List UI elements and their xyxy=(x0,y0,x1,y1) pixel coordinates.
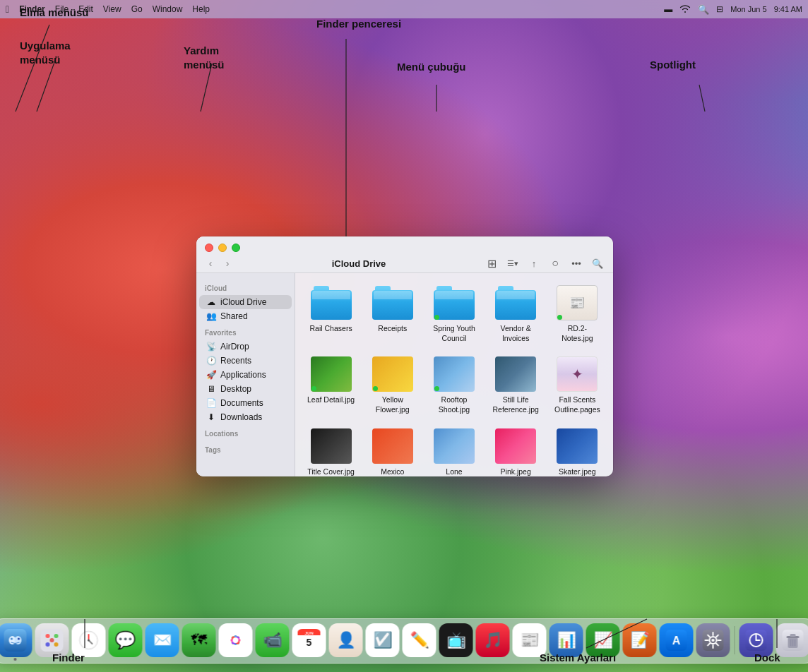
file-grid-row3: Title Cover.jpg Mexico City.jpeg Lone Pi… xyxy=(304,425,605,476)
menubar-search-icon[interactable]: 🔍 xyxy=(698,4,709,15)
sidebar-desktop-label: Desktop xyxy=(220,384,251,394)
file-item-yellow-flower[interactable]: Yellow Flower.jpg xyxy=(365,353,420,417)
file-item-receipts[interactable]: Receipts xyxy=(365,282,420,346)
dock-item-appstore[interactable]: A xyxy=(660,623,694,657)
dock-item-contacts[interactable]: 👤 xyxy=(329,623,363,657)
svg-point-12 xyxy=(11,638,13,640)
file-item-vendor-invoices[interactable]: Vendor & Invoices xyxy=(489,282,543,346)
file-item-mexico-city[interactable]: Mexico City.jpeg xyxy=(365,425,420,476)
file-item-pink[interactable]: Pink.jpeg xyxy=(489,425,543,476)
dock-item-photos[interactable] xyxy=(219,623,253,657)
finder-active-dot xyxy=(14,658,17,661)
sidebar-item-documents[interactable]: 📄 Documents xyxy=(199,396,292,410)
documents-icon: 📄 xyxy=(206,398,216,408)
window-body: iCloud ☁ iCloud Drive 👥 Shared Favorites… xyxy=(196,273,613,476)
sidebar-applications-label: Applications xyxy=(220,370,266,380)
svg-text:JUN: JUN xyxy=(304,631,313,635)
dock-item-appletv[interactable]: 📺 xyxy=(439,623,473,657)
dock-item-pages[interactable]: 📝 xyxy=(623,623,657,657)
svg-point-16 xyxy=(54,634,59,638)
menubar-edit[interactable]: Edit xyxy=(78,4,93,14)
dock-item-system-preferences[interactable] xyxy=(696,623,730,657)
dock-item-reminders[interactable]: ☑️ xyxy=(366,623,400,657)
file-name-pink: Pink.jpeg xyxy=(501,467,531,476)
file-item-still-life[interactable]: Still Life Reference.jpg xyxy=(489,353,543,417)
sidebar-item-shared[interactable]: 👥 Shared xyxy=(199,309,292,323)
file-item-rail-chasers[interactable]: Rail Chasers xyxy=(304,282,358,346)
file-item-rooftop-shoot[interactable]: Rooftop Shoot.jpg xyxy=(427,353,481,417)
sidebar-item-icloud-drive[interactable]: ☁ iCloud Drive xyxy=(199,295,292,309)
dock-item-screentime[interactable] xyxy=(739,623,773,657)
menubar-controlcenter-icon[interactable]: ⊟ xyxy=(716,4,723,14)
file-item-lone-pine[interactable]: Lone Pine.jpeg xyxy=(427,425,481,476)
file-name-receipts: Receipts xyxy=(378,324,407,334)
dock-item-messages[interactable]: 💬 xyxy=(109,623,143,657)
file-item-leaf-detail[interactable]: Leaf Detail.jpg xyxy=(304,353,358,417)
sidebar-item-downloads[interactable]: ⬇ Downloads xyxy=(199,410,292,424)
file-name-rail-chasers: Rail Chasers xyxy=(310,324,352,334)
file-name-still-life: Still Life Reference.jpg xyxy=(492,395,540,414)
toolbar-search-button[interactable]: 🔍 xyxy=(589,256,606,270)
dock-item-trash[interactable] xyxy=(776,623,809,657)
dock-item-music[interactable]: 🎵 xyxy=(476,623,510,657)
sidebar-item-desktop[interactable]: 🖥 Desktop xyxy=(199,382,292,396)
menubar-view[interactable]: View xyxy=(103,4,121,14)
window-titlebar: ‹ › iCloud Drive ⊞ ☰▾ ↑ ○ ••• 🔍 xyxy=(196,236,613,273)
file-name-skater: Skater.jpeg xyxy=(559,467,596,476)
toolbar-view-list-button[interactable]: ☰▾ xyxy=(504,256,521,270)
window-maximize-button[interactable] xyxy=(232,244,240,252)
toolbar-more-button[interactable]: ••• xyxy=(568,256,585,270)
airdrop-icon: 📡 xyxy=(206,342,216,352)
dock-item-keynote[interactable]: 📊 xyxy=(549,623,583,657)
file-name-vendor-invoices: Vendor & Invoices xyxy=(492,324,540,343)
apple-menu[interactable]:  xyxy=(6,4,9,15)
file-grid-row2: Leaf Detail.jpg Yellow Flower.jpg xyxy=(304,353,605,417)
toolbar-forward-button[interactable]: › xyxy=(220,256,234,270)
icloud-drive-icon: ☁ xyxy=(206,297,216,307)
toolbar-share-button[interactable]: ↑ xyxy=(525,256,542,270)
menubar-finder[interactable]: Finder xyxy=(19,4,45,14)
file-item-skater[interactable]: Skater.jpeg xyxy=(550,425,605,476)
toolbar-view-grid-button[interactable]: ⊞ xyxy=(483,256,500,270)
sidebar-airdrop-label: AirDrop xyxy=(220,342,249,352)
menubar-file[interactable]: File xyxy=(55,4,69,14)
shared-icon: 👥 xyxy=(206,311,216,321)
dock-item-safari[interactable] xyxy=(72,623,106,657)
svg-point-25 xyxy=(88,640,90,642)
file-name-fall-scents: Fall Scents Outline.pages xyxy=(553,395,602,414)
svg-rect-61 xyxy=(790,634,796,637)
toolbar-back-button[interactable]: ‹ xyxy=(203,256,218,270)
toolbar-tag-button[interactable]: ○ xyxy=(547,256,564,270)
window-close-button[interactable] xyxy=(205,244,213,252)
menubar-wifi-icon xyxy=(679,4,691,15)
window-minimize-button[interactable] xyxy=(218,244,227,252)
sidebar: iCloud ☁ iCloud Drive 👥 Shared Favorites… xyxy=(196,273,295,476)
dock-item-mail[interactable]: ✉️ xyxy=(145,623,179,657)
file-item-rd2-notes[interactable]: 📰 RD.2-Notes.jpg xyxy=(550,282,605,346)
dock-item-numbers[interactable]: 📈 xyxy=(586,623,620,657)
dock-item-facetime[interactable]: 📹 xyxy=(256,623,290,657)
sidebar-item-recents[interactable]: 🕐 Recents xyxy=(199,354,292,368)
menubar-go[interactable]: Go xyxy=(131,4,143,14)
file-item-fall-scents[interactable]: ✦ Fall Scents Outline.pages xyxy=(550,353,605,417)
file-item-spring-youth-council[interactable]: Spring Youth Council xyxy=(427,282,481,346)
sidebar-item-applications[interactable]: 🚀 Applications xyxy=(199,368,292,382)
file-name-lone-pine: Lone Pine.jpeg xyxy=(429,467,478,476)
sidebar-item-airdrop[interactable]: 📡 AirDrop xyxy=(199,340,292,354)
dock-item-calendar[interactable]: JUN 5 xyxy=(292,623,326,657)
dock-item-finder[interactable] xyxy=(0,623,32,657)
menubar-help[interactable]: Help xyxy=(192,4,210,14)
dock-item-maps[interactable]: 🗺 xyxy=(182,623,216,657)
dock-item-launchpad[interactable] xyxy=(35,623,69,657)
finder-window: ‹ › iCloud Drive ⊞ ☰▾ ↑ ○ ••• 🔍 iCloud ☁… xyxy=(196,236,613,476)
file-name-leaf-detail: Leaf Detail.jpg xyxy=(307,395,355,405)
dock-item-freeform[interactable]: ✏️ xyxy=(403,623,436,657)
file-item-title-cover[interactable]: Title Cover.jpg xyxy=(304,425,358,476)
menubar-window[interactable]: Window xyxy=(153,4,183,14)
menubar-datetime: Mon Jun 5 xyxy=(730,5,766,13)
svg-point-15 xyxy=(46,634,50,638)
file-name-rd2-notes: RD.2-Notes.jpg xyxy=(553,324,602,343)
dock-item-news[interactable]: 📰 xyxy=(513,623,547,657)
sidebar-recents-label: Recents xyxy=(220,356,251,366)
downloads-icon: ⬇ xyxy=(206,412,216,422)
